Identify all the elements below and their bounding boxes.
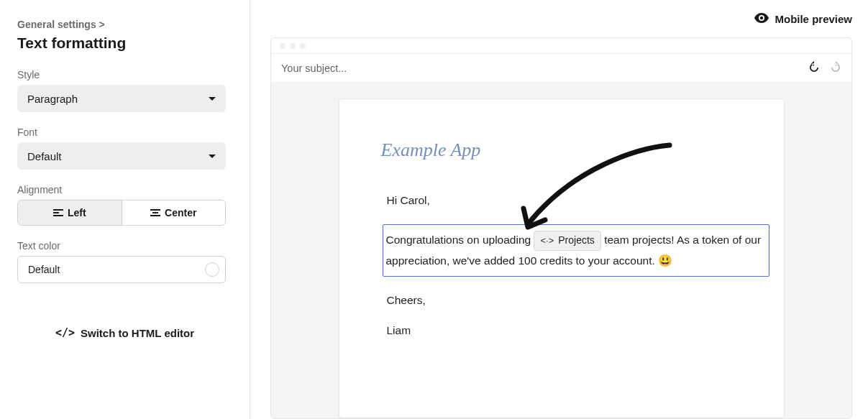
svg-point-6 [760, 16, 763, 19]
style-select[interactable]: Paragraph [17, 85, 226, 112]
breadcrumb[interactable]: General settings > [17, 19, 232, 30]
window-dots [271, 38, 851, 54]
alignment-label: Alignment [17, 184, 232, 195]
undo-icon [808, 61, 820, 73]
preview-window: Your subject... Example App Hi Carol, Co… [270, 37, 852, 419]
svg-rect-4 [152, 212, 158, 213]
svg-rect-5 [150, 215, 160, 216]
redo-button[interactable] [830, 61, 841, 75]
email-sender[interactable]: Liam [387, 324, 748, 337]
email-body-selected[interactable]: Congratulations on uploading <·> Project… [383, 224, 769, 277]
app-logo: Example App [381, 139, 748, 161]
window-dot-icon [300, 43, 306, 49]
svg-rect-1 [53, 212, 59, 213]
text-color-select[interactable]: Default [17, 256, 226, 283]
text-color-field: Text color Default [17, 240, 232, 283]
undo-button[interactable] [808, 61, 820, 75]
alignment-group: Left Center [17, 200, 226, 226]
style-label: Style [17, 69, 232, 80]
svg-rect-2 [53, 215, 63, 216]
svg-rect-0 [53, 209, 63, 211]
window-dot-icon [280, 43, 285, 49]
align-left-label: Left [68, 207, 86, 218]
email-card[interactable]: Example App Hi Carol, Congratulations on… [339, 98, 785, 418]
page-title: Text formatting [17, 34, 232, 52]
align-left-button[interactable]: Left [18, 201, 122, 225]
variable-chip[interactable]: <·> Projects [534, 231, 600, 251]
switch-html-editor-label: Switch to HTML editor [81, 327, 194, 339]
align-center-icon [150, 209, 160, 216]
align-center-button[interactable]: Center [122, 201, 226, 225]
style-value: Paragraph [27, 93, 78, 105]
subject-actions [808, 61, 841, 75]
style-field: Style Paragraph [17, 69, 232, 112]
switch-html-editor-button[interactable]: </> Switch to HTML editor [17, 326, 232, 339]
font-value: Default [27, 150, 62, 162]
font-label: Font [17, 126, 232, 138]
font-select[interactable]: Default [17, 142, 226, 170]
email-body-pre: Congratulations on uploading [386, 234, 534, 246]
eye-icon [754, 11, 769, 27]
svg-rect-3 [150, 209, 160, 211]
mobile-preview-label: Mobile preview [775, 13, 852, 25]
window-dot-icon [290, 43, 296, 49]
variable-icon: <·> [540, 233, 554, 249]
variable-chip-label: Projects [558, 232, 595, 249]
settings-sidebar: General settings > Text formatting Style… [0, 0, 250, 419]
mobile-preview-button[interactable]: Mobile preview [754, 11, 852, 27]
canvas-wrap: Your subject... Example App Hi Carol, Co… [250, 37, 868, 419]
align-left-icon [53, 209, 63, 216]
font-field: Font Default [17, 126, 232, 170]
text-color-label: Text color [17, 240, 232, 252]
email-greeting[interactable]: Hi Carol, [387, 194, 748, 207]
text-color-value: Default [28, 264, 60, 275]
top-bar: Mobile preview [250, 0, 868, 37]
chevron-down-icon [209, 155, 216, 158]
canvas[interactable]: Example App Hi Carol, Congratulations on… [271, 83, 851, 418]
align-center-label: Center [165, 207, 196, 218]
subject-input[interactable]: Your subject... [281, 63, 347, 74]
email-signoff[interactable]: Cheers, [387, 294, 748, 307]
color-swatch-icon [205, 262, 219, 277]
alignment-field: Alignment Left Center [17, 184, 232, 226]
emoji-icon: 😃 [658, 254, 672, 267]
subject-bar: Your subject... [271, 54, 851, 83]
workspace: Mobile preview Your subject... [250, 0, 868, 419]
chevron-down-icon [209, 97, 216, 101]
redo-icon [830, 61, 841, 73]
code-icon: </> [55, 326, 75, 339]
